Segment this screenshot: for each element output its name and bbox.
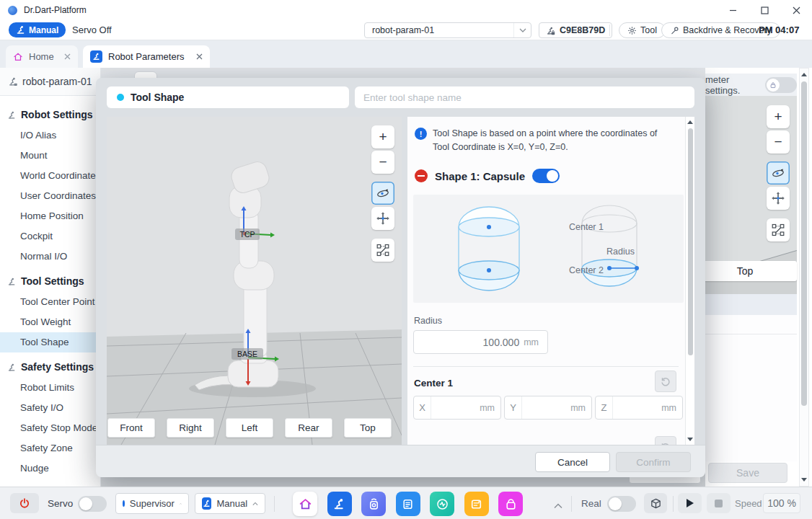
bg-zoom-in-button[interactable]: + [767, 105, 790, 128]
minimize-button[interactable] [717, 0, 749, 20]
bg-orbit-button[interactable] [767, 161, 790, 185]
sidebar-header: robot-param-01 [0, 68, 100, 96]
page-scrollbar[interactable] [799, 68, 809, 487]
mode-value: Manual [216, 498, 247, 509]
tab-home-close-icon[interactable] [64, 53, 71, 60]
pendant-app-button[interactable] [361, 492, 386, 516]
bg-measure-button[interactable] [767, 218, 790, 241]
sidebar-item-world-coordinates[interactable]: World Coordinates [0, 166, 100, 186]
scrollbar-thumb[interactable] [801, 81, 807, 406]
sidebar-item-nudge[interactable]: Nudge [0, 458, 100, 479]
center1-z-input[interactable] [613, 396, 661, 419]
sidebar-item-user-coordinates[interactable]: User Coordinates [0, 186, 100, 206]
shape-1-toggle[interactable] [532, 169, 560, 183]
close-button[interactable] [780, 0, 812, 20]
remove-shape-icon[interactable] [415, 169, 428, 182]
tool-button[interactable]: Tool [619, 22, 666, 38]
parameter-lock-toggle[interactable] [765, 77, 797, 93]
sidebar-item-tool-weight[interactable]: Tool Weight [0, 312, 100, 332]
scroll-down-icon[interactable] [801, 478, 807, 482]
close-icon [793, 6, 800, 14]
tab-robot-parameters-close-icon[interactable] [196, 53, 203, 60]
view-rear-button[interactable]: Rear [285, 418, 332, 438]
center1-x-input[interactable] [431, 396, 480, 419]
measure-icon [771, 223, 785, 237]
scroll-down-icon[interactable] [687, 438, 693, 441]
mode-dropdown[interactable]: Manual [195, 493, 265, 514]
bg-top-view-button[interactable]: Top [705, 261, 797, 281]
sidebar-item-tool-center-point[interactable]: Tool Center Point [0, 292, 100, 312]
real-mode-toggle[interactable] [607, 496, 636, 512]
cancel-button[interactable]: Cancel [535, 452, 610, 472]
zoom-out-button[interactable]: − [371, 151, 394, 174]
monitoring-app-button[interactable] [430, 492, 454, 516]
confirm-button[interactable]: Confirm [616, 452, 691, 472]
sidebar-item-mount[interactable]: Mount [0, 146, 100, 166]
chevron-down-icon [513, 23, 531, 37]
pan-button[interactable] [371, 207, 394, 230]
center1-reset-button[interactable] [655, 371, 676, 392]
play-button[interactable] [678, 493, 702, 513]
status-dot-icon [117, 94, 124, 101]
task-app-button[interactable] [396, 492, 420, 516]
x-unit: mm [480, 403, 495, 413]
manual-mode-button[interactable]: Manual [9, 22, 66, 37]
center1-y-input[interactable] [522, 396, 570, 419]
center2-reset-button[interactable] [655, 436, 676, 445]
dock-collapse-button[interactable] [554, 499, 562, 512]
save-button[interactable]: Save [708, 463, 787, 483]
sidebar-item-robot-limits[interactable]: Robot Limits [0, 378, 100, 398]
center1-x-field[interactable]: X mm [413, 396, 501, 420]
play-icon [687, 499, 694, 507]
sidebar-item-normal-io[interactable]: Normal I/O [0, 247, 100, 267]
tool-shape-name-input[interactable] [355, 86, 694, 108]
sidebar-item-safety-stop-modes[interactable]: Safety Stop Modes [0, 418, 100, 438]
gear-icon [627, 26, 637, 35]
bg-pan-button[interactable] [767, 187, 790, 210]
power-icon [19, 497, 30, 509]
sidebar-item-safety-io[interactable]: Safety I/O [0, 398, 100, 418]
view-rear-label: Rear [298, 422, 319, 433]
home-app-button[interactable] [293, 492, 317, 516]
tab-robot-parameters[interactable]: Robot Parameters [83, 45, 210, 68]
stop-button[interactable] [707, 493, 731, 513]
device-id-button[interactable]: C9E8B79D [539, 22, 612, 38]
sidebar-item-home-position[interactable]: Home Position [0, 206, 100, 226]
speed-value[interactable]: 100 % [763, 493, 800, 513]
view-left-label: Left [242, 422, 258, 433]
scroll-up-icon[interactable] [801, 73, 807, 76]
zoom-in-button[interactable]: + [371, 125, 394, 148]
sidebar-item-safety-zone[interactable]: Safety Zone [0, 438, 100, 458]
panel-scrollbar[interactable] [685, 117, 694, 445]
orbit-button[interactable] [371, 182, 394, 205]
sidebar-item-io-alias[interactable]: I/O Alias [0, 125, 100, 146]
robot-params-app-button[interactable] [327, 492, 352, 516]
scrollbar-thumb[interactable] [688, 128, 693, 355]
view-left-button[interactable]: Left [226, 418, 273, 438]
center1-y-field[interactable]: Y mm [504, 396, 592, 420]
scroll-up-icon[interactable] [687, 120, 693, 124]
sidebar-item-tool-shape[interactable]: Tool Shape [0, 332, 100, 352]
view-top-button[interactable]: Top [344, 418, 392, 438]
robot-3d-viewer[interactable]: TCP BASE + − Front Right Left Rear Top [107, 117, 402, 445]
bg-zoom-out-button[interactable]: − [767, 130, 790, 154]
sidebar-item-cockpit[interactable]: Cockpit [0, 226, 100, 247]
nav-section-label: Robot Settings [21, 109, 93, 120]
view-right-button[interactable]: Right [167, 418, 214, 438]
measure-button[interactable] [371, 239, 394, 262]
log-app-button[interactable] [464, 492, 489, 516]
param-file-value: robot-param-01 [372, 25, 434, 35]
info-icon [415, 128, 427, 140]
power-button[interactable] [10, 493, 39, 513]
tab-home[interactable]: Home [6, 45, 78, 68]
cube-3d-icon [650, 497, 662, 510]
maximize-button[interactable] [749, 0, 780, 20]
center1-z-field[interactable]: Z mm [595, 396, 683, 420]
servo-toggle[interactable] [78, 496, 107, 512]
view-front-button[interactable]: Front [107, 418, 155, 438]
sim-3d-button[interactable] [644, 493, 667, 513]
store-app-button[interactable] [498, 492, 523, 516]
param-file-dropdown[interactable]: robot-param-01 [364, 22, 531, 38]
radius-input[interactable]: 100.000 mm [413, 330, 548, 354]
role-dropdown[interactable]: Supervisor [115, 493, 189, 514]
